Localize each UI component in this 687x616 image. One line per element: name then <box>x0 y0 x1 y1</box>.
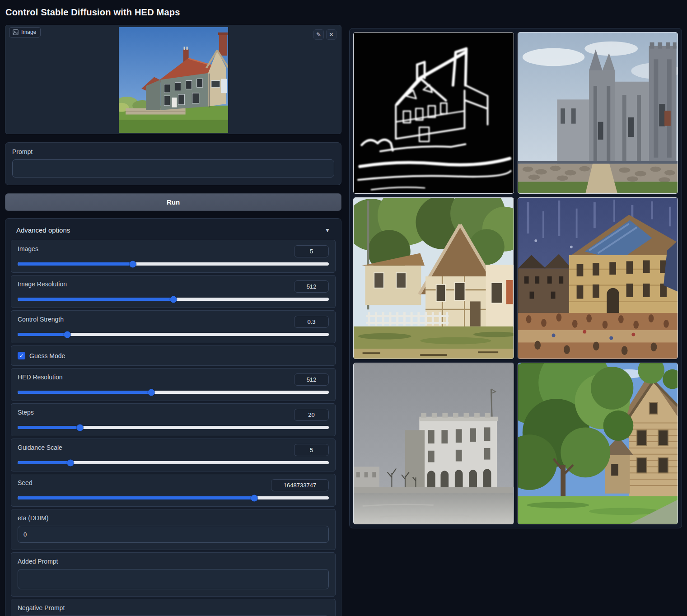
chevron-down-icon: ▼ <box>325 227 330 233</box>
guidance-scale-slider-block: Guidance Scale 5 <box>11 439 336 471</box>
guidance-scale-slider[interactable] <box>18 461 329 464</box>
gallery-item-cathedral[interactable] <box>518 32 678 194</box>
pencil-icon: ✎ <box>316 31 321 38</box>
cottage-painting-image <box>354 198 514 359</box>
added-prompt-input[interactable] <box>18 569 329 589</box>
uploaded-image-thumbnail[interactable] <box>119 27 228 133</box>
eta-input[interactable]: 0 <box>18 526 329 543</box>
advanced-options-header[interactable]: Advanced options ▼ <box>11 224 336 240</box>
slider-thumb[interactable] <box>76 424 83 431</box>
control-strength-value-input[interactable]: 0.3 <box>294 316 329 328</box>
advanced-options-panel: Advanced options ▼ Images 5 <box>5 218 341 616</box>
main-layout: Image ✎ ✕ <box>5 25 682 616</box>
advanced-options-title: Advanced options <box>16 226 70 234</box>
edit-image-button[interactable]: ✎ <box>313 29 324 40</box>
steps-label: Steps <box>18 409 34 416</box>
slider-fill <box>18 426 80 429</box>
cathedral-image <box>518 33 678 193</box>
slider-fill <box>18 391 151 394</box>
control-strength-slider-block: Control Strength 0.3 <box>11 310 336 343</box>
image-input-label-badge: Image <box>9 27 41 37</box>
page-title: Control Stable Diffusion with HED Maps <box>5 7 682 18</box>
prompt-input[interactable] <box>12 159 334 177</box>
hed-resolution-slider[interactable] <box>18 391 329 394</box>
gallery-item-vintage-photo[interactable] <box>353 363 514 524</box>
image-resolution-label: Image Resolution <box>18 280 67 288</box>
hed-edge-map-image <box>354 33 514 193</box>
guess-mode-row: ✓ Guess Mode <box>11 345 336 366</box>
negative-prompt-label: Negative Prompt <box>18 604 329 611</box>
slider-fill <box>18 496 254 499</box>
prompt-panel: Prompt <box>5 142 341 185</box>
slider-fill <box>18 461 70 464</box>
image-resolution-value-input[interactable]: 512 <box>294 280 329 293</box>
gallery-grid <box>353 32 678 524</box>
guess-mode-label: Guess Mode <box>29 352 65 359</box>
steps-slider[interactable] <box>18 426 329 429</box>
slider-thumb[interactable] <box>148 389 155 396</box>
hed-resolution-value-input[interactable]: 512 <box>294 373 329 386</box>
result-gallery <box>349 28 682 528</box>
clear-image-button[interactable]: ✕ <box>326 29 336 40</box>
images-slider[interactable] <box>18 262 329 266</box>
slider-thumb[interactable] <box>64 331 71 338</box>
images-value-input[interactable]: 5 <box>294 245 329 257</box>
close-icon: ✕ <box>329 31 334 38</box>
slider-fill <box>18 262 133 266</box>
added-prompt-block: Added Prompt <box>11 552 336 597</box>
uploaded-house-photo <box>119 27 228 133</box>
stone-house-image <box>518 363 678 524</box>
slider-thumb[interactable] <box>129 261 136 267</box>
guess-mode-checkbox[interactable]: ✓ <box>18 352 25 359</box>
image-resolution-slider-block: Image Resolution 512 <box>11 275 336 308</box>
seed-slider-block: Seed 1648733747 <box>11 474 336 507</box>
hed-resolution-label: HED Resolution <box>18 373 63 381</box>
slider-thumb[interactable] <box>67 459 74 466</box>
slider-thumb[interactable] <box>251 495 257 501</box>
checkmark-icon: ✓ <box>19 353 23 359</box>
image-input-label: Image <box>21 29 36 35</box>
gallery-item-impressionist[interactable] <box>518 197 678 359</box>
image-input-panel[interactable]: Image ✎ ✕ <box>5 25 341 134</box>
added-prompt-label: Added Prompt <box>18 558 329 565</box>
slider-fill <box>18 333 67 336</box>
gallery-item-stone-house[interactable] <box>518 363 678 524</box>
impressionist-image <box>518 198 678 359</box>
output-column <box>349 28 682 528</box>
control-strength-slider[interactable] <box>18 333 329 336</box>
seed-slider[interactable] <box>18 496 329 499</box>
guidance-scale-value-input[interactable]: 5 <box>294 444 329 456</box>
seed-label: Seed <box>18 479 33 486</box>
eta-label: eta (DDIM) <box>18 514 329 522</box>
hed-resolution-slider-block: HED Resolution 512 <box>11 368 336 401</box>
run-button[interactable]: Run <box>5 193 341 211</box>
gallery-item-cottage-painting[interactable] <box>353 197 514 359</box>
gallery-item-hed-map[interactable] <box>353 32 514 194</box>
controls-column: Image ✎ ✕ <box>5 25 341 616</box>
eta-block: eta (DDIM) 0 <box>11 509 336 550</box>
control-strength-label: Control Strength <box>18 316 64 323</box>
images-slider-block: Images 5 <box>11 240 336 273</box>
vintage-photo-image <box>354 363 514 524</box>
prompt-label: Prompt <box>12 148 334 155</box>
slider-thumb[interactable] <box>170 296 177 303</box>
steps-value-input[interactable]: 20 <box>294 409 329 421</box>
slider-fill <box>18 298 173 301</box>
image-icon <box>13 29 19 35</box>
image-actions: ✎ ✕ <box>313 29 336 40</box>
images-label: Images <box>18 245 38 252</box>
negative-prompt-block: Negative Prompt <box>11 599 336 616</box>
steps-slider-block: Steps 20 <box>11 403 336 436</box>
seed-value-input[interactable]: 1648733747 <box>271 479 329 491</box>
image-resolution-slider[interactable] <box>18 298 329 301</box>
app-root: Control Stable Diffusion with HED Maps I… <box>0 0 687 616</box>
guidance-scale-label: Guidance Scale <box>18 444 62 451</box>
